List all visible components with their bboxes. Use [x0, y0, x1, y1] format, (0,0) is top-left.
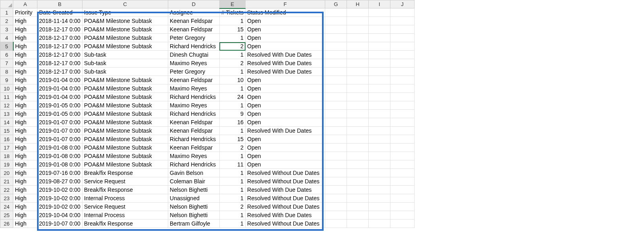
column-header-I[interactable]: I: [369, 0, 390, 8]
cell-A1[interactable]: Priority: [13, 8, 37, 17]
cell-B9[interactable]: 2019-01-04 0:00: [37, 76, 83, 84]
cell-D14[interactable]: Keenan Feldspar: [168, 118, 219, 127]
cell-I22[interactable]: [369, 186, 390, 194]
row-header-13[interactable]: 13: [0, 110, 13, 118]
cell-H1[interactable]: [347, 8, 369, 17]
row-header-11[interactable]: 11: [0, 93, 13, 101]
cell-J1[interactable]: [390, 8, 415, 17]
cell-B20[interactable]: 2019-07-16 0:00: [37, 169, 83, 177]
cell-H15[interactable]: [347, 127, 369, 135]
cell-C4[interactable]: POA&M Milestone Subtask: [82, 34, 168, 42]
cell-J7[interactable]: [390, 59, 415, 68]
column-header-E[interactable]: E: [219, 0, 245, 8]
cell-J23[interactable]: [390, 194, 415, 203]
cell-C24[interactable]: Service Request: [82, 203, 168, 211]
cell-F17[interactable]: Open: [246, 144, 325, 152]
cell-G8[interactable]: [325, 68, 347, 76]
cell-D4[interactable]: Peter Gregory: [168, 34, 219, 42]
cell-J5[interactable]: [390, 42, 415, 51]
cell-A11[interactable]: High: [13, 93, 37, 101]
cell-I17[interactable]: [369, 144, 390, 152]
cell-J16[interactable]: [390, 135, 415, 144]
cell-F6[interactable]: Resolved With Due Dates: [246, 51, 325, 59]
cell-H8[interactable]: [347, 68, 369, 76]
column-header-D[interactable]: D: [168, 0, 219, 8]
row-header-22[interactable]: 22: [0, 186, 13, 194]
cell-C10[interactable]: POA&M Milestone Subtask: [82, 84, 168, 93]
cell-C5[interactable]: POA&M Milestone Subtask: [82, 42, 168, 51]
cell-J4[interactable]: [390, 34, 415, 42]
cell-A13[interactable]: High: [13, 110, 37, 118]
cell-C8[interactable]: Sub-task: [82, 68, 168, 76]
cell-J24[interactable]: [390, 203, 415, 211]
cell-B18[interactable]: 2019-01-08 0:00: [37, 152, 83, 160]
cell-I6[interactable]: [369, 51, 390, 59]
cell-D19[interactable]: Richard Hendricks: [168, 160, 219, 169]
cell-D9[interactable]: Keenan Feldspar: [168, 76, 219, 84]
cell-C19[interactable]: POA&M Milestone Subtask: [82, 160, 168, 169]
cell-C16[interactable]: POA&M Milestone Subtask: [82, 135, 168, 144]
cell-D26[interactable]: Bertram Gilfoyle: [168, 220, 219, 228]
cell-E18[interactable]: 1: [219, 152, 245, 160]
row-header-26[interactable]: 26: [0, 220, 13, 228]
column-header-G[interactable]: G: [325, 0, 347, 8]
cell-D5[interactable]: Richard Hendricks: [168, 42, 219, 51]
cell-C6[interactable]: Sub-task: [82, 51, 168, 59]
cell-J14[interactable]: [390, 118, 415, 127]
cell-H20[interactable]: [347, 169, 369, 177]
cell-H12[interactable]: [347, 101, 369, 110]
cell-A6[interactable]: High: [13, 51, 37, 59]
cell-A3[interactable]: High: [13, 25, 37, 34]
cell-F15[interactable]: Resolved With Due Dates: [246, 127, 325, 135]
cell-D10[interactable]: Maximo Reyes: [168, 84, 219, 93]
cell-B4[interactable]: 2018-12-17 0:00: [37, 34, 83, 42]
cell-B26[interactable]: 2019-10-07 0:00: [37, 220, 83, 228]
cell-B17[interactable]: 2019-01-08 0:00: [37, 144, 83, 152]
cell-D2[interactable]: Keenan Feldspar: [168, 17, 219, 25]
cell-C2[interactable]: POA&M Milestone Subtask: [82, 17, 168, 25]
cell-G26[interactable]: [325, 220, 347, 228]
cell-G9[interactable]: [325, 76, 347, 84]
cell-I5[interactable]: [369, 42, 390, 51]
cell-J17[interactable]: [390, 144, 415, 152]
column-header-B[interactable]: B: [37, 0, 83, 8]
cell-H3[interactable]: [347, 25, 369, 34]
cell-F26[interactable]: Resolved Without Due Dates: [246, 220, 325, 228]
cell-B2[interactable]: 2018-11-14 0:00: [37, 17, 83, 25]
cell-D24[interactable]: Nelson Bighetti: [168, 203, 219, 211]
cell-G13[interactable]: [325, 110, 347, 118]
cell-B15[interactable]: 2019-01-07 0:00: [37, 127, 83, 135]
cell-C23[interactable]: Internal Process: [82, 194, 168, 203]
cell-A10[interactable]: High: [13, 84, 37, 93]
cell-H25[interactable]: [347, 211, 369, 220]
row-header-19[interactable]: 19: [0, 160, 13, 169]
cell-G19[interactable]: [325, 160, 347, 169]
cell-G7[interactable]: [325, 59, 347, 68]
cell-F24[interactable]: Resolved Without Due Dates: [246, 203, 325, 211]
cell-J15[interactable]: [390, 127, 415, 135]
cell-F25[interactable]: Resolved With Due Dates: [246, 211, 325, 220]
cell-F1[interactable]: Status Modified: [246, 8, 325, 17]
cell-H16[interactable]: [347, 135, 369, 144]
cell-E11[interactable]: 24: [219, 93, 245, 101]
cell-I13[interactable]: [369, 110, 390, 118]
cell-I25[interactable]: [369, 211, 390, 220]
cell-H10[interactable]: [347, 84, 369, 93]
cell-J10[interactable]: [390, 84, 415, 93]
cell-C15[interactable]: POA&M Milestone Subtask: [82, 127, 168, 135]
cell-C11[interactable]: POA&M Milestone Subtask: [82, 93, 168, 101]
cell-A14[interactable]: High: [13, 118, 37, 127]
cell-G2[interactable]: [325, 17, 347, 25]
cell-J22[interactable]: [390, 186, 415, 194]
cell-E6[interactable]: 1: [219, 51, 245, 59]
cell-F13[interactable]: Open: [246, 110, 325, 118]
cell-F10[interactable]: Open: [246, 84, 325, 93]
cell-C20[interactable]: Break/fix Response: [82, 169, 168, 177]
cell-E8[interactable]: 1: [219, 68, 245, 76]
cell-E21[interactable]: 1: [219, 177, 245, 186]
cell-B16[interactable]: 2019-01-07 0:00: [37, 135, 83, 144]
cell-G20[interactable]: [325, 169, 347, 177]
cell-E5[interactable]: 2: [219, 42, 245, 51]
cell-I26[interactable]: [369, 220, 390, 228]
cell-B22[interactable]: 2019-10-02 0:00: [37, 186, 83, 194]
